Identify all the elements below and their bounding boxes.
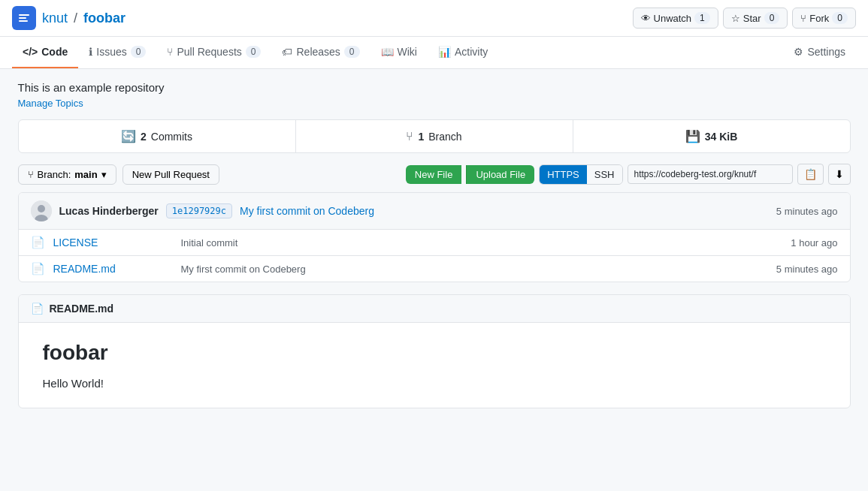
repo-size: 34 KiB xyxy=(705,131,738,143)
eye-icon: 👁 xyxy=(641,13,651,24)
branches-stat[interactable]: ⑂ 1 Branch xyxy=(296,120,573,152)
download-icon: ⬇ xyxy=(835,168,844,180)
branches-count: 1 xyxy=(418,131,424,143)
new-file-button[interactable]: New File xyxy=(406,165,462,184)
fork-label: Fork xyxy=(809,13,829,24)
manage-topics-link[interactable]: Manage Topics xyxy=(18,98,83,109)
file-time-readme: 5 minutes ago xyxy=(776,264,838,275)
size-icon: 💾 xyxy=(685,129,700,143)
star-count: 0 xyxy=(764,12,780,24)
toolbar-right: New File Upload File HTTPS SSH 📋 ⬇ xyxy=(406,164,851,185)
tab-code[interactable]: </> Code xyxy=(12,37,78,68)
stats-bar: 🔄 2 Commits ⑂ 1 Branch 💾 34 KiB xyxy=(18,119,851,153)
tab-pull-requests[interactable]: ⑂ Pull Requests 0 xyxy=(156,37,271,68)
issues-icon: ℹ xyxy=(89,46,92,58)
file-time-license: 1 hour ago xyxy=(791,237,837,249)
tab-settings[interactable]: ⚙ Settings xyxy=(783,37,856,68)
clone-protocol-toggle: HTTPS SSH xyxy=(539,164,622,185)
repo-link[interactable]: foobar xyxy=(83,11,126,26)
file-row: 📄 LICENSE Initial commit 1 hour ago xyxy=(19,230,850,256)
fork-button[interactable]: ⑂ Fork 0 xyxy=(792,8,856,29)
readme-header: 📄 README.md xyxy=(19,295,850,323)
commits-icon: 🔄 xyxy=(121,129,136,143)
pr-icon: ⑂ xyxy=(167,46,173,58)
file-name-readme[interactable]: README.md xyxy=(53,263,174,275)
toolbar-left: ⑂ Branch: main ▾ New Pull Request xyxy=(18,164,219,185)
commit-author: Lucas Hinderberger xyxy=(59,205,159,217)
activity-icon: 📊 xyxy=(438,46,451,58)
repo-title: knut / foobar xyxy=(12,6,126,30)
wiki-icon: 📖 xyxy=(381,46,394,58)
clone-url-input[interactable] xyxy=(628,164,793,184)
file-row: 📄 README.md My first commit on Codeberg … xyxy=(19,256,850,282)
commits-count: 2 xyxy=(141,131,147,143)
main-content: This is an example repository Manage Top… xyxy=(6,69,863,420)
readme-content: Hello World! xyxy=(43,377,826,390)
releases-badge: 0 xyxy=(344,46,360,58)
ssh-button[interactable]: SSH xyxy=(587,165,622,184)
tab-wiki-label: Wiki xyxy=(398,46,417,58)
code-icon: </> xyxy=(23,46,38,58)
star-icon: ☆ xyxy=(731,13,740,24)
repo-description: This is an example repository xyxy=(18,81,851,94)
new-pr-button[interactable]: New Pull Request xyxy=(122,164,219,185)
top-bar: knut / foobar 👁 Unwatch 1 ☆ Star 0 ⑂ For… xyxy=(0,0,868,37)
tab-activity-label: Activity xyxy=(455,46,488,58)
top-actions: 👁 Unwatch 1 ☆ Star 0 ⑂ Fork 0 xyxy=(633,8,856,29)
commits-stat[interactable]: 🔄 2 Commits xyxy=(19,120,296,152)
file-table: Lucas Hinderberger 1e1297929c My first c… xyxy=(18,192,851,282)
unwatch-button[interactable]: 👁 Unwatch 1 xyxy=(633,8,718,29)
tab-issues-label: Issues xyxy=(96,46,126,58)
commit-message[interactable]: My first commit on Codeberg xyxy=(240,205,374,217)
star-label: Star xyxy=(743,13,761,24)
file-commit-readme: My first commit on Codeberg xyxy=(181,264,769,275)
tab-code-label: Code xyxy=(41,46,68,58)
branch-name: main xyxy=(74,169,97,180)
readme-panel: 📄 README.md foobar Hello World! xyxy=(18,294,851,408)
tab-settings-label: Settings xyxy=(807,46,845,58)
commits-label: Commits xyxy=(151,131,192,143)
tab-wiki[interactable]: 📖 Wiki xyxy=(370,37,428,68)
unwatch-label: Unwatch xyxy=(654,13,692,24)
fork-icon: ⑂ xyxy=(800,13,806,24)
tab-releases[interactable]: 🏷 Releases 0 xyxy=(271,37,370,68)
tab-activity[interactable]: 📊 Activity xyxy=(428,37,498,68)
unwatch-count: 1 xyxy=(694,12,710,24)
pr-badge: 0 xyxy=(246,46,262,58)
readme-icon: 📄 xyxy=(31,303,44,315)
commit-header: Lucas Hinderberger 1e1297929c My first c… xyxy=(19,193,850,230)
branches-label: Branch xyxy=(428,131,461,143)
repo-description-section: This is an example repository Manage Top… xyxy=(18,81,851,109)
user-link[interactable]: knut xyxy=(42,11,68,26)
readme-title: foobar xyxy=(43,341,826,365)
file-name-license[interactable]: LICENSE xyxy=(53,236,174,249)
star-button[interactable]: ☆ Star 0 xyxy=(723,8,788,29)
svg-point-2 xyxy=(38,205,45,212)
tab-releases-label: Releases xyxy=(296,46,340,58)
settings-icon: ⚙ xyxy=(794,46,803,58)
tab-issues[interactable]: ℹ Issues 0 xyxy=(78,37,156,68)
tab-nav: </> Code ℹ Issues 0 ⑂ Pull Requests 0 🏷 … xyxy=(0,37,868,69)
size-stat: 💾 34 KiB xyxy=(573,120,850,152)
https-button[interactable]: HTTPS xyxy=(540,165,587,184)
fork-count: 0 xyxy=(832,12,848,24)
tab-pr-label: Pull Requests xyxy=(177,46,241,58)
separator: / xyxy=(74,11,77,26)
upload-file-button[interactable]: Upload File xyxy=(466,165,534,184)
chevron-down-icon: ▾ xyxy=(101,169,107,180)
branch-selector[interactable]: ⑂ Branch: main ▾ xyxy=(18,164,116,185)
branch-label: Branch: xyxy=(38,169,71,180)
commit-hash[interactable]: 1e1297929c xyxy=(166,203,232,218)
download-button[interactable]: ⬇ xyxy=(828,164,851,185)
readme-filename: README.md xyxy=(50,303,114,315)
branches-icon: ⑂ xyxy=(406,130,413,143)
copy-url-button[interactable]: 📋 xyxy=(797,164,824,185)
copy-icon: 📋 xyxy=(804,168,817,180)
branch-icon: ⑂ xyxy=(28,169,34,180)
commit-time: 5 minutes ago xyxy=(776,206,838,217)
issues-badge: 0 xyxy=(131,46,147,58)
author-avatar xyxy=(31,200,52,221)
file-icon: 📄 xyxy=(31,262,46,276)
readme-body: foobar Hello World! xyxy=(19,323,850,408)
file-commit-license: Initial commit xyxy=(181,237,784,249)
